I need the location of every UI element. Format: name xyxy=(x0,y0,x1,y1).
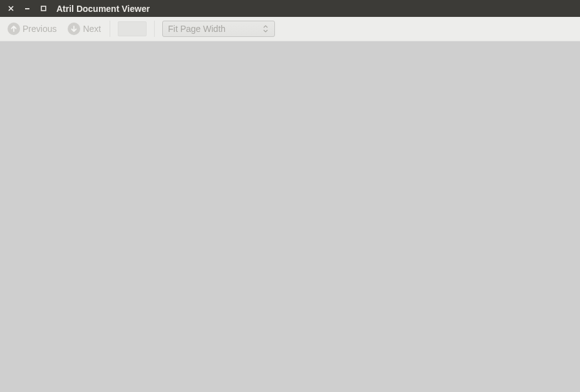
window-controls xyxy=(4,4,48,13)
toolbar-separator xyxy=(154,21,155,37)
chevron-down-icon xyxy=(263,29,268,33)
svg-rect-0 xyxy=(41,6,46,11)
arrow-up-icon xyxy=(8,23,20,35)
titlebar: Atril Document Viewer xyxy=(0,0,580,17)
toolbar-separator xyxy=(110,21,110,37)
document-view xyxy=(0,41,580,392)
previous-label: Previous xyxy=(23,24,56,34)
minimize-button[interactable] xyxy=(23,4,31,13)
close-button[interactable] xyxy=(6,4,15,13)
close-icon xyxy=(8,6,14,11)
next-label: Next xyxy=(83,24,101,34)
chevron-up-icon xyxy=(263,25,268,28)
next-button[interactable]: Next xyxy=(64,21,105,37)
spinner-icons xyxy=(263,21,272,36)
arrow-down-icon xyxy=(68,23,80,35)
page-number-input[interactable] xyxy=(118,21,147,36)
maximize-button[interactable] xyxy=(39,4,48,13)
zoom-mode-select[interactable]: Fit Page Width xyxy=(162,21,275,37)
previous-button[interactable]: Previous xyxy=(4,21,60,37)
minimize-icon xyxy=(24,6,30,11)
zoom-mode-label: Fit Page Width xyxy=(168,24,225,34)
maximize-icon xyxy=(41,6,46,11)
window-title: Atril Document Viewer xyxy=(56,4,150,14)
toolbar: Previous Next Fit Page Width xyxy=(0,17,580,41)
